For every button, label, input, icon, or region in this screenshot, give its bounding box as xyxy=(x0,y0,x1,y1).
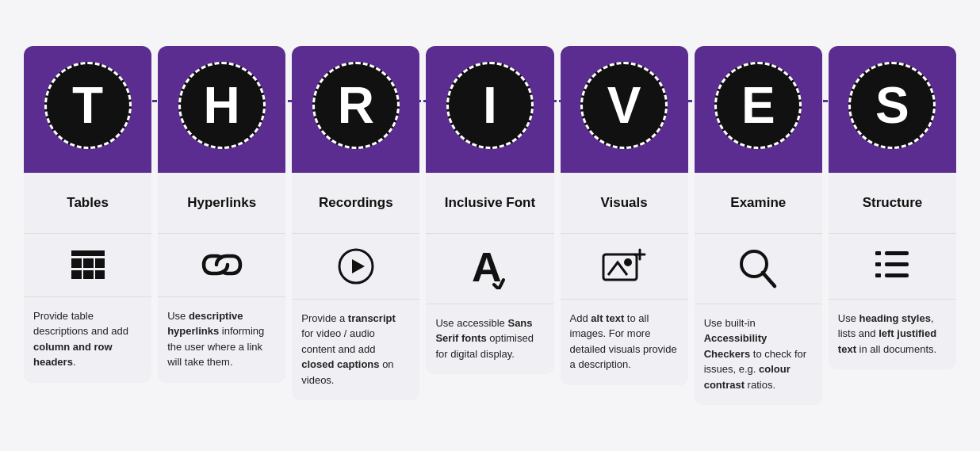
card-body-visuals: Add alt text to all images. For more det… xyxy=(561,300,688,385)
card-top-structure: S xyxy=(829,46,956,173)
card-icon-hyperlinks xyxy=(158,234,285,297)
card-body-examine: Use built-in Accessibility Checkers to c… xyxy=(695,304,822,406)
svg-rect-18 xyxy=(885,273,909,277)
font-icon: A xyxy=(470,248,510,289)
card-title-tables: Tables xyxy=(24,173,151,234)
svg-text:A: A xyxy=(472,248,502,289)
letter-H: H xyxy=(178,62,266,149)
title-visuals: Visuals xyxy=(568,185,680,220)
card-recordings: R Recordings Provide a transcript for vi… xyxy=(292,46,419,401)
card-title-examine: Examine xyxy=(695,173,822,234)
card-body-inclusive-font: Use accessible Sans Serif fonts optimise… xyxy=(426,304,553,375)
card-icon-inclusive-font: A xyxy=(426,234,553,304)
card-top-visuals: V xyxy=(561,46,688,173)
card-icon-recordings xyxy=(292,234,419,300)
visuals-icon xyxy=(602,248,646,285)
svg-marker-8 xyxy=(352,259,365,273)
card-visuals: V Visuals Add alt text to xyxy=(561,46,688,385)
card-inclusive-font: I Inclusive Font A Use accessible Sans S… xyxy=(426,46,553,375)
card-structure: S Structure Use heading styles, list xyxy=(829,46,956,370)
card-top-tables: T xyxy=(24,46,151,173)
table-icon xyxy=(70,249,106,281)
recordings-icon xyxy=(338,248,374,285)
svg-rect-17 xyxy=(885,262,909,266)
letter-R: R xyxy=(312,62,400,149)
card-body-hyperlinks: Use descriptive hyperlinks informing the… xyxy=(158,297,285,383)
card-title-structure: Structure xyxy=(829,173,956,234)
svg-line-15 xyxy=(763,273,775,286)
hyperlink-icon xyxy=(201,253,243,277)
card-top-examine: E xyxy=(695,46,822,173)
svg-rect-4 xyxy=(71,270,82,279)
card-body-recordings: Provide a transcript for video / audio c… xyxy=(292,300,419,401)
card-examine: E Examine Use built-in Accessibility Che… xyxy=(695,46,822,406)
title-hyperlinks: Hyperlinks xyxy=(166,185,278,220)
examine-icon xyxy=(738,248,778,289)
letter-E: E xyxy=(714,62,802,149)
card-icon-tables xyxy=(24,234,151,297)
svg-rect-20 xyxy=(875,262,881,266)
title-structure: Structure xyxy=(836,185,948,220)
structure-icon xyxy=(872,248,912,285)
svg-rect-0 xyxy=(71,250,105,256)
card-top-inclusive-font: I xyxy=(426,46,553,173)
svg-rect-21 xyxy=(875,273,881,277)
card-title-hyperlinks: Hyperlinks xyxy=(158,173,285,234)
letter-T: T xyxy=(44,62,132,149)
title-examine: Examine xyxy=(702,185,814,220)
letter-I: I xyxy=(446,62,534,149)
letter-V: V xyxy=(580,62,668,149)
svg-rect-16 xyxy=(885,251,909,255)
svg-rect-5 xyxy=(83,270,94,279)
card-icon-structure xyxy=(829,234,956,300)
card-tables: T Tables Provide table descriptions and … xyxy=(24,46,151,383)
card-icon-examine xyxy=(695,234,822,304)
title-inclusive-font: Inclusive Font xyxy=(434,185,546,220)
svg-point-11 xyxy=(624,258,632,266)
card-title-visuals: Visuals xyxy=(561,173,688,234)
card-top-hyperlinks: H xyxy=(158,46,285,173)
title-recordings: Recordings xyxy=(300,185,412,220)
svg-rect-1 xyxy=(71,258,82,268)
svg-rect-2 xyxy=(83,258,94,268)
card-top-recordings: R xyxy=(292,46,419,173)
svg-rect-3 xyxy=(95,258,105,268)
card-title-inclusive-font: Inclusive Font xyxy=(426,173,553,234)
title-tables: Tables xyxy=(32,185,144,220)
cards-row: T Tables Provide table descriptions and … xyxy=(24,46,956,406)
svg-rect-6 xyxy=(95,270,105,279)
card-body-tables: Provide table descriptions and add colum… xyxy=(24,297,151,383)
card-hyperlinks: H Hyperlinks Use descriptive hyperlinks … xyxy=(158,46,285,383)
main-container: T Tables Provide table descriptions and … xyxy=(16,30,964,422)
card-title-recordings: Recordings xyxy=(292,173,419,234)
svg-rect-19 xyxy=(875,251,881,255)
letter-S: S xyxy=(848,62,936,149)
card-icon-visuals xyxy=(561,234,688,300)
card-body-structure: Use heading styles, lists and left justi… xyxy=(829,300,956,370)
